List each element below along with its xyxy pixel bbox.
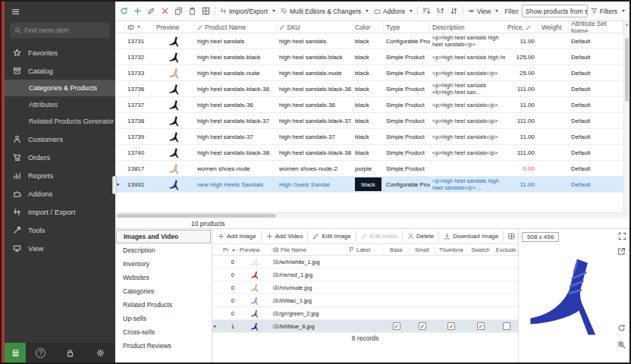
sidebar-item-customers[interactable]: Customers	[5, 130, 115, 148]
sidebar-item-favorites[interactable]: Favorites	[5, 43, 115, 61]
edit-image-button[interactable]: Edit Image	[310, 232, 353, 240]
download-image-button[interactable]: Download Image	[441, 232, 501, 240]
tab-images-and-video[interactable]: Images and Video	[116, 230, 211, 243]
rotate-icon[interactable]	[617, 324, 626, 332]
img-col-exclude[interactable]: Exclude	[494, 244, 518, 255]
base-checkbox[interactable]: ✓	[393, 322, 400, 330]
edit-product-button[interactable]	[145, 5, 158, 17]
sidebar-item-import-export[interactable]: Import / Export	[5, 202, 115, 221]
copy-button[interactable]	[172, 5, 185, 17]
vertical-scroll-thumb[interactable]	[625, 38, 629, 102]
img-col-pr[interactable]: Pr	[221, 244, 238, 255]
sidebar-item-view[interactable]: View	[5, 239, 115, 257]
swatch-checkbox[interactable]: ✓	[477, 322, 485, 330]
product-row-13732[interactable]: 13732 high heel sandals-black high heel …	[115, 49, 623, 65]
tab-categories[interactable]: Categories	[115, 284, 212, 298]
open-external-icon[interactable]	[617, 247, 626, 256]
import-export-menu[interactable]: Import/Export	[218, 6, 278, 17]
store-button[interactable]	[5, 343, 26, 362]
image-row-l-i-lilac-1-jpg[interactable]: 0 /l/i/lilac_1.jpg	[212, 294, 518, 307]
product-row-13817[interactable]: 13817 women shoes-nude women shoes-nude-…	[115, 161, 623, 177]
image-row-b-l-blue-6-jpg[interactable]: ▸ 1 /b/l/blue_6.jpg ✓✓✓✓	[212, 320, 518, 333]
exclude-checkbox[interactable]	[503, 322, 510, 330]
paste-button[interactable]	[186, 5, 199, 17]
menu-search-input[interactable]	[24, 27, 105, 34]
view-menu[interactable]: View	[466, 6, 501, 17]
product-row-13739[interactable]: 13739 high heel sandals-37 high heel san…	[115, 129, 623, 145]
help-button[interactable]: ?	[26, 343, 55, 362]
horizontal-scrollbar[interactable]	[115, 212, 629, 218]
row-expander[interactable]: ▸	[212, 320, 221, 332]
image-row-g-r-green-2-jpg[interactable]: 0 /g/r/green_2.jpg	[212, 307, 518, 320]
tab-inventory[interactable]: Inventory	[115, 257, 212, 271]
horizontal-scroll-thumb[interactable]	[117, 214, 276, 218]
col-header-type[interactable]: Type	[384, 21, 430, 33]
sidebar-subitem-attributes[interactable]: Attributes	[5, 96, 115, 113]
set-resize-rule-button[interactable]: Set Resize Rule	[506, 232, 518, 240]
sort-descending-button[interactable]	[434, 5, 447, 17]
img-col-thumbna[interactable]: Thumbna	[435, 244, 467, 255]
fullscreen-icon[interactable]	[618, 232, 626, 240]
sidebar-item-orders[interactable]: Orders	[5, 148, 115, 166]
category-filter-select[interactable]: Show products from selected categories	[522, 5, 588, 17]
sidebar-subitem-categories-products[interactable]: Categories & Products	[5, 80, 115, 96]
col-header-price[interactable]: Price,	[505, 21, 539, 33]
sort-toggle-button[interactable]	[447, 5, 460, 17]
tab-up-sells[interactable]: Up-sells	[115, 312, 212, 325]
img-col-file-name[interactable]: File Name	[272, 244, 347, 255]
tab-description[interactable]: Description	[115, 243, 212, 257]
menu-toggle-button[interactable]	[11, 8, 20, 16]
delete-product-button[interactable]	[159, 5, 171, 17]
img-col-base[interactable]: Base	[384, 244, 410, 255]
tab-websites[interactable]: Websites	[115, 271, 212, 284]
lock-button[interactable]	[55, 343, 85, 362]
thumbnail-checkbox[interactable]: ✓	[447, 322, 455, 330]
add-image-button[interactable]: Add Image	[215, 232, 259, 240]
col-header-description[interactable]: Description	[430, 21, 505, 33]
col-header-color[interactable]: Color	[353, 21, 384, 33]
sidebar-item-addons[interactable]: Addons	[5, 184, 115, 202]
product-row-13737[interactable]: 13737 high heel sandals-36 high heel san…	[115, 97, 623, 113]
product-row-13733[interactable]: 13733 high heel sandals-nude high heel s…	[115, 65, 623, 81]
tab-related-products[interactable]: Related Products	[115, 298, 212, 312]
col-header-attribute-set-name[interactable]: Attribute Set Name	[569, 21, 623, 33]
sidebar-item-catalog[interactable]: Catalog	[5, 61, 115, 80]
img-col-preview[interactable]: Preview	[238, 244, 272, 255]
sort-ascending-button[interactable]	[420, 5, 433, 17]
image-row-w-h-white-1-jpg[interactable]: 0 /w/h/white_1.jpg	[212, 256, 518, 268]
col-header-sku[interactable]: SKU	[277, 21, 353, 33]
add-product-button[interactable]	[131, 5, 144, 17]
product-row-13740[interactable]: 13740 high heel sandals-black-38 high he…	[115, 145, 623, 161]
product-row-13731[interactable]: 13731 high heel sandals high heel sandal…	[115, 33, 623, 49]
sidebar-item-tools[interactable]: Tools	[5, 221, 115, 239]
columns-button[interactable]	[199, 5, 212, 17]
refresh-button[interactable]	[118, 5, 130, 17]
scroll-up-icon[interactable]: ▲	[624, 21, 629, 27]
image-row-r-e-red-1-jpg[interactable]: 0 /r/e/red_1.jpg	[212, 268, 518, 281]
settings-button[interactable]	[86, 343, 115, 362]
delete-button[interactable]: Delete	[405, 232, 436, 240]
add-video-button[interactable]: Add Video	[264, 232, 306, 240]
multi-editors-changers-menu[interactable]: Multi Editors & Changers	[278, 6, 371, 17]
tab-cross-sells[interactable]: Cross-sells	[115, 325, 212, 339]
vertical-scrollbar[interactable]: ▲	[623, 21, 629, 212]
splitter-grip[interactable]: ⋮	[112, 176, 117, 194]
col-header-id[interactable]: ID	[125, 21, 154, 33]
col-header-weight[interactable]: Weight	[539, 21, 569, 33]
img-col-swatch[interactable]: Swatch	[467, 244, 494, 255]
product-row-13931[interactable]: ▸ 13931 new High Heels Sandals High Geel…	[115, 177, 623, 193]
sidebar-subitem-related-products-generator[interactable]: Related Products Generator	[5, 113, 115, 130]
img-col-label[interactable]: Label	[347, 244, 384, 255]
zoom-icon[interactable]	[617, 340, 626, 349]
col-header-preview[interactable]: Preview	[154, 21, 195, 33]
img-col-small[interactable]: Small	[410, 244, 435, 255]
filters-menu[interactable]: Filters	[589, 6, 627, 17]
sidebar-search[interactable]	[10, 23, 110, 38]
tab-product-reviews[interactable]: Product Reviews	[115, 339, 212, 353]
edit-video-button[interactable]: Edit Video	[359, 232, 400, 240]
col-header-product-name[interactable]: Product Name	[195, 21, 277, 33]
product-row-13736[interactable]: 13736 high heel sandals-black-36 high he…	[115, 81, 623, 97]
sidebar-item-reports[interactable]: Reports	[5, 166, 115, 184]
image-row-n-u-nude-jpg[interactable]: 0 /n/u/nude.jpg	[212, 281, 518, 294]
addons-menu[interactable]: Addons	[372, 6, 415, 17]
